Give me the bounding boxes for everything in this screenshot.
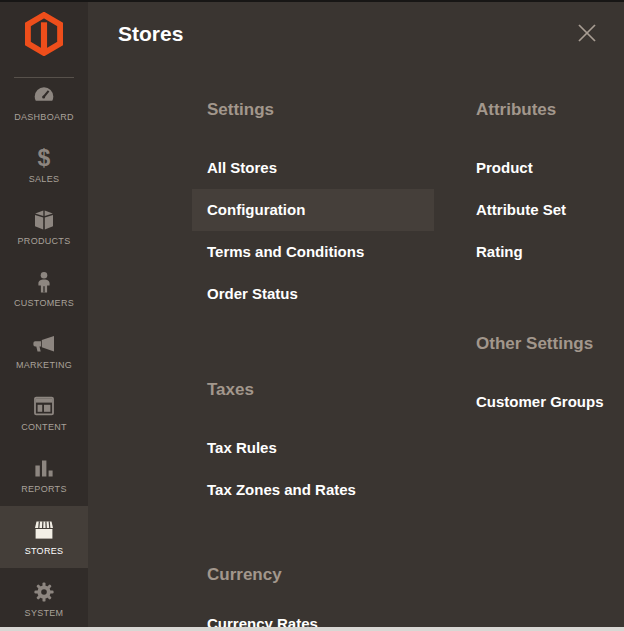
sidebar-item-label: CONTENT: [21, 422, 67, 432]
menu-item-order-status[interactable]: Order Status: [192, 273, 434, 315]
sidebar-nav: DASHBOARD $ SALES PRODUCTS: [0, 72, 88, 630]
flyout-title: Stores: [118, 21, 183, 47]
magento-admin-screen: DASHBOARD $ SALES PRODUCTS: [0, 0, 624, 631]
gauge-icon: [32, 84, 56, 108]
section-currency: Currency Currency Rates: [192, 564, 434, 631]
section-title: Other Settings: [476, 333, 624, 355]
sidebar-item-system[interactable]: SYSTEM: [0, 568, 88, 630]
megaphone-icon: [32, 332, 56, 356]
sidebar-item-dashboard[interactable]: DASHBOARD: [0, 72, 88, 134]
flyout-column-left: Settings All Stores Configuration Terms …: [192, 0, 434, 631]
magento-logo-icon: [25, 12, 63, 56]
sidebar-item-label: DASHBOARD: [14, 112, 74, 122]
sidebar-item-products[interactable]: PRODUCTS: [0, 196, 88, 258]
menu-item-tax-rules[interactable]: Tax Rules: [192, 427, 434, 469]
sidebar-item-label: STORES: [25, 546, 64, 556]
box-icon: [32, 208, 56, 232]
sidebar-item-label: SALES: [29, 174, 60, 184]
sidebar-item-reports[interactable]: REPORTS: [0, 444, 88, 506]
sidebar-item-marketing[interactable]: MARKETING: [0, 320, 88, 382]
section-title: Currency: [207, 564, 434, 586]
menu-item-customer-groups[interactable]: Customer Groups: [461, 381, 624, 423]
sidebar-item-sales[interactable]: $ SALES: [0, 134, 88, 196]
admin-sidebar: DASHBOARD $ SALES PRODUCTS: [0, 0, 88, 631]
menu-item-rating[interactable]: Rating: [461, 231, 624, 273]
storefront-icon: [32, 518, 56, 542]
bar-chart-icon: [32, 456, 56, 480]
sidebar-item-label: REPORTS: [21, 484, 66, 494]
menu-item-product[interactable]: Product: [461, 147, 624, 189]
menu-item-configuration[interactable]: Configuration: [192, 189, 434, 231]
sidebar-item-label: PRODUCTS: [18, 236, 71, 246]
bottom-edge-line: [0, 627, 624, 631]
dollar-icon: $: [32, 146, 56, 170]
magento-logo[interactable]: [0, 12, 88, 56]
section-title: Taxes: [207, 379, 434, 401]
menu-item-all-stores[interactable]: All Stores: [192, 147, 434, 189]
flyout-column-right: Attributes Product Attribute Set Rating …: [461, 0, 624, 423]
top-edge-line: [0, 0, 624, 2]
gear-icon: [32, 580, 56, 604]
menu-item-tax-zones-and-rates[interactable]: Tax Zones and Rates: [192, 469, 434, 511]
menu-item-terms-and-conditions[interactable]: Terms and Conditions: [192, 231, 434, 273]
stores-flyout-menu: Stores Settings All Stores Configuration…: [88, 0, 624, 631]
sidebar-item-customers[interactable]: CUSTOMERS: [0, 258, 88, 320]
section-other-settings: Other Settings Customer Groups: [461, 333, 624, 423]
section-settings: Settings All Stores Configuration Terms …: [192, 99, 434, 315]
layout-icon: [32, 394, 56, 418]
section-title: Attributes: [476, 99, 624, 121]
person-icon: [32, 270, 56, 294]
menu-item-attribute-set[interactable]: Attribute Set: [461, 189, 624, 231]
section-attributes: Attributes Product Attribute Set Rating: [461, 99, 624, 273]
section-title: Settings: [207, 99, 434, 121]
section-taxes: Taxes Tax Rules Tax Zones and Rates: [192, 379, 434, 511]
sidebar-item-stores[interactable]: STORES: [0, 506, 88, 568]
sidebar-item-label: SYSTEM: [25, 608, 64, 618]
sidebar-item-label: MARKETING: [16, 360, 72, 370]
sidebar-item-label: CUSTOMERS: [14, 298, 74, 308]
sidebar-item-content[interactable]: CONTENT: [0, 382, 88, 444]
svg-text:$: $: [38, 146, 51, 170]
